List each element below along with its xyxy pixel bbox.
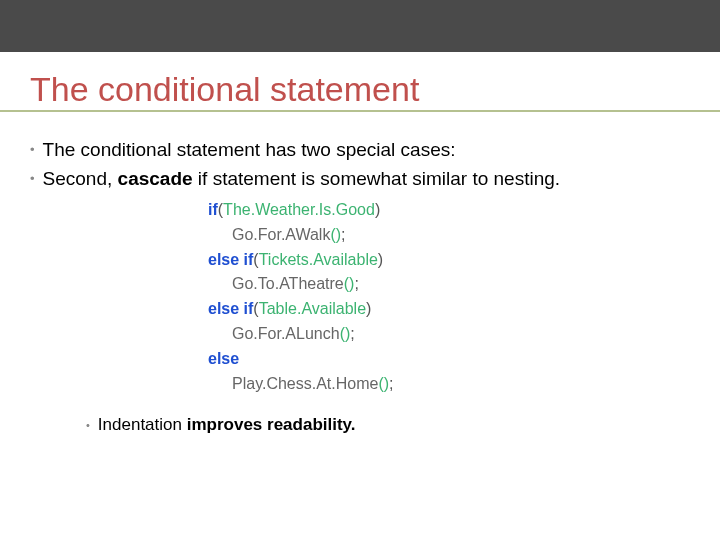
code-block: if(The.Weather.Is.Good) Go.For.AWalk(); … bbox=[190, 198, 690, 396]
semicolon: ; bbox=[350, 325, 354, 342]
code-line: else bbox=[190, 347, 690, 372]
text-pre: Second, bbox=[43, 168, 118, 189]
call-parens: () bbox=[344, 275, 355, 292]
code-line: Go.For.AWalk(); bbox=[190, 223, 690, 248]
keyword-else: else bbox=[208, 350, 239, 367]
code-line: if(The.Weather.Is.Good) bbox=[190, 198, 690, 223]
bullet-item: • The conditional statement has two spec… bbox=[30, 137, 690, 163]
statement: Go.For.AWalk bbox=[232, 226, 330, 243]
slide: The conditional statement • The conditio… bbox=[0, 0, 720, 540]
code-line: Go.For.ALunch(); bbox=[190, 322, 690, 347]
statement: Go.To.ATheatre bbox=[232, 275, 344, 292]
page-title: The conditional statement bbox=[0, 52, 720, 109]
bullet-item: • Second, cascade if statement is somewh… bbox=[30, 166, 690, 192]
text-bold: cascade bbox=[118, 168, 193, 189]
content-area: • The conditional statement has two spec… bbox=[0, 109, 720, 437]
call-parens: () bbox=[378, 375, 389, 392]
bullet-dot-icon: • bbox=[86, 414, 90, 436]
semicolon: ; bbox=[354, 275, 358, 292]
paren-close: ) bbox=[378, 251, 383, 268]
code-line: else if(Table.Available) bbox=[190, 297, 690, 322]
call-parens: () bbox=[330, 226, 341, 243]
sub-bullet-text: Indentation improves readability. bbox=[98, 414, 356, 437]
semicolon: ; bbox=[389, 375, 393, 392]
condition: The.Weather.Is.Good bbox=[223, 201, 375, 218]
keyword-if: if bbox=[208, 201, 218, 218]
bullet-text: The conditional statement has two specia… bbox=[43, 137, 690, 163]
top-bar bbox=[0, 0, 720, 52]
code-line: else if(Tickets.Available) bbox=[190, 248, 690, 273]
bullet-text: Second, cascade if statement is somewhat… bbox=[43, 166, 690, 192]
code-line: Play.Chess.At.Home(); bbox=[190, 372, 690, 397]
bullet-dot-icon: • bbox=[30, 166, 35, 192]
code-line: Go.To.ATheatre(); bbox=[190, 272, 690, 297]
bullet-dot-icon: • bbox=[30, 137, 35, 163]
call-parens: () bbox=[340, 325, 351, 342]
keyword-else-if: else if bbox=[208, 251, 253, 268]
paren-close: ) bbox=[366, 300, 371, 317]
condition: Table.Available bbox=[259, 300, 366, 317]
semicolon: ; bbox=[341, 226, 345, 243]
keyword-else-if: else if bbox=[208, 300, 253, 317]
text-post: if statement is somewhat similar to nest… bbox=[193, 168, 560, 189]
statement: Go.For.ALunch bbox=[232, 325, 340, 342]
condition: Tickets.Available bbox=[259, 251, 378, 268]
statement: Play.Chess.At.Home bbox=[232, 375, 378, 392]
title-divider bbox=[0, 110, 720, 112]
paren-close: ) bbox=[375, 201, 380, 218]
text-bold: improves readability. bbox=[187, 415, 356, 434]
sub-bullet-item: • Indentation improves readability. bbox=[86, 414, 690, 437]
text-pre: Indentation bbox=[98, 415, 187, 434]
